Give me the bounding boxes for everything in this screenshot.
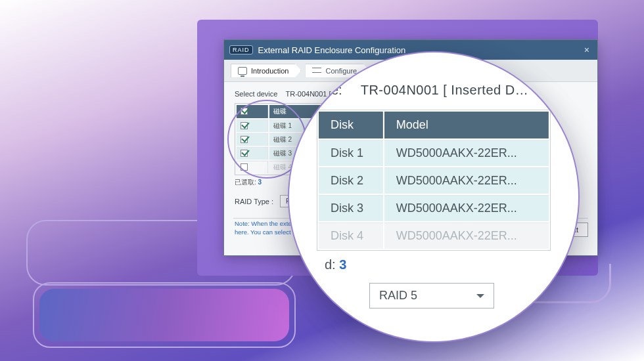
cell-model: WD5000AAKX-22ER... — [384, 140, 549, 166]
table-row[interactable]: Disk 3 WD5000AAKX-22ER... — [319, 195, 549, 221]
wizard-step-introduction[interactable]: Introduction — [231, 64, 301, 78]
wizard-step-label: Introduction — [251, 67, 288, 75]
lens-selected-count: d: 3 — [325, 257, 551, 272]
table-row[interactable]: Disk 1 WD5000AAKX-22ER... — [319, 140, 549, 166]
cell-model: WD5000AAKX-22ER... — [384, 195, 549, 221]
close-icon[interactable]: × — [582, 45, 592, 55]
raid-type-label: RAID Type : — [235, 198, 273, 205]
cell-model: WD5000AAKX-22ER... — [384, 167, 549, 194]
wizard-step-label: Configure — [325, 67, 357, 75]
cell-disk: Disk 2 — [319, 167, 383, 194]
raid-badge: RAID — [229, 45, 253, 54]
zoom-lens: ce: TR-004N001 [ Inserted D… Disk Model … — [289, 53, 578, 341]
window-title: External RAID Enclosure Configuration — [258, 45, 406, 55]
decorative-card-outline-bottom — [33, 282, 296, 348]
monitor-icon — [238, 67, 247, 75]
cell-disk: Disk 4 — [319, 223, 383, 249]
cell-model: WD5000AAKX-22ER... — [384, 223, 549, 249]
select-device-label: Select device — [235, 90, 277, 98]
lens-disk-table: Disk Model Disk 1 WD5000AAKX-22ER... Dis… — [317, 110, 551, 251]
table-row[interactable]: Disk 2 WD5000AAKX-22ER... — [319, 167, 549, 194]
lens-raid-type-dropdown[interactable]: RAID 5 — [369, 283, 494, 308]
lens-device-row: ce: TR-004N001 [ Inserted D… — [325, 83, 551, 98]
sliders-icon — [312, 67, 321, 75]
lens-column-model: Model — [384, 112, 549, 138]
lens-column-disk: Disk — [319, 112, 383, 138]
cell-disk: Disk 1 — [319, 140, 383, 166]
table-row[interactable]: Disk 4 WD5000AAKX-22ER... — [319, 223, 549, 249]
cell-disk: Disk 3 — [319, 195, 383, 221]
lens-device-value: TR-004N001 [ Inserted D… — [361, 83, 528, 98]
